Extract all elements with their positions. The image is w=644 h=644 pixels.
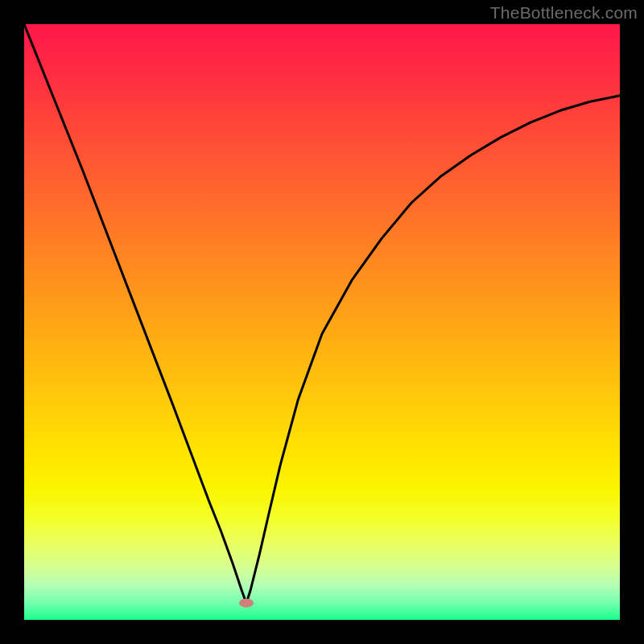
chart-frame: TheBottleneck.com bbox=[0, 0, 644, 644]
optimal-marker bbox=[239, 599, 254, 608]
watermark-text: TheBottleneck.com bbox=[490, 3, 638, 23]
plot-area bbox=[24, 24, 620, 620]
bottleneck-curve bbox=[24, 24, 620, 620]
